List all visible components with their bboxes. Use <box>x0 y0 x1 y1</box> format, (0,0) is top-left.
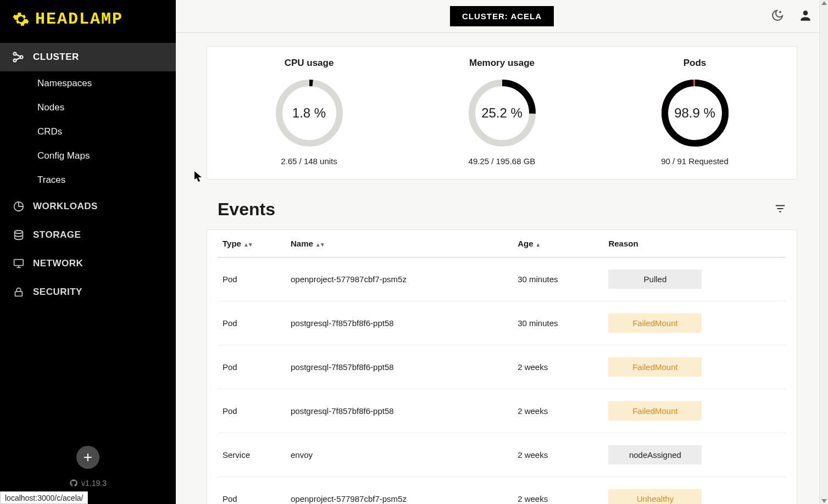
cell-reason: FailedMount <box>604 345 786 389</box>
cell-name: postgresql-7f857bf8f6-ppt58 <box>286 389 513 433</box>
stat-subtext: 2.65 / 148 units <box>281 156 337 166</box>
cell-age: 2 weeks <box>513 477 604 505</box>
table-row[interactable]: Pod postgresql-7f857bf8f6-ppt58 2 weeks … <box>218 389 786 433</box>
lock-icon <box>12 285 25 299</box>
cell-reason: Pulled <box>604 257 786 301</box>
stats-card: CPU usage 1.8 % 2.65 / 148 units Memory … <box>207 46 797 180</box>
cell-type: Pod <box>218 477 286 505</box>
main-content: CPU usage 1.8 % 2.65 / 148 units Memory … <box>176 33 828 504</box>
gauge-value: 98.9 % <box>659 77 731 149</box>
sidebar-sub-nodes[interactable]: Nodes <box>0 96 176 120</box>
gauge: 1.8 % <box>274 77 345 149</box>
events-title: Events <box>218 199 275 220</box>
sidebar-item-cluster[interactable]: CLUSTER <box>0 43 176 71</box>
app-logo[interactable]: HEADLAMP <box>0 0 176 38</box>
cell-reason: FailedMount <box>604 301 786 345</box>
cell-reason: FailedMount <box>604 389 786 433</box>
gauge-value: 25.2 % <box>466 77 538 149</box>
cell-age: 2 weeks <box>513 433 604 477</box>
cell-name: postgresql-7f857bf8f6-ppt58 <box>286 301 513 345</box>
stat-gauge: CPU usage 1.8 % 2.65 / 148 units <box>213 58 405 166</box>
cell-type: Pod <box>218 301 286 345</box>
cluster-chip[interactable]: CLUSTER: ACELA <box>450 6 554 26</box>
reason-badge: Pulled <box>608 270 702 289</box>
reason-badge: nodeAssigned <box>608 445 702 464</box>
add-button[interactable]: + <box>76 446 99 469</box>
stat-gauge: Memory usage 25.2 % 49.25 / 195.68 GB <box>405 58 598 166</box>
sidebar-item-label: WORKLOADS <box>33 201 98 212</box>
stat-subtext: 49.25 / 195.68 GB <box>469 156 536 166</box>
table-row[interactable]: Service envoy 2 weeks nodeAssigned <box>218 433 786 477</box>
cell-name: postgresql-7f857bf8f6-ppt58 <box>286 345 513 389</box>
theme-toggle-icon[interactable] <box>771 9 784 24</box>
gauge-value: 1.8 % <box>274 77 345 149</box>
cluster-icon <box>12 51 25 64</box>
cell-name: envoy <box>286 433 513 477</box>
svg-point-4 <box>15 231 23 234</box>
stat-title: Memory usage <box>469 58 535 69</box>
cell-type: Pod <box>218 345 286 389</box>
reason-badge: FailedMount <box>608 401 702 421</box>
events-table-wrap: Type▲▼ Name▲▼ Age▲ Reason Pod openprojec… <box>207 229 797 504</box>
user-icon[interactable] <box>798 8 813 25</box>
sidebar-sub-namespaces[interactable]: Namespaces <box>0 71 176 96</box>
cell-type: Service <box>218 433 286 477</box>
reason-badge: Unhealthy <box>608 489 702 504</box>
table-row[interactable]: Pod postgresql-7f857bf8f6-ppt58 30 minut… <box>218 301 786 345</box>
sidebar: HEADLAMP CLUSTER Namespaces Nodes CRDs C… <box>0 0 176 504</box>
table-row[interactable]: Pod openproject-577987cbf7-psm5z 2 weeks… <box>218 477 786 505</box>
svg-point-7 <box>803 10 808 15</box>
sidebar-item-network[interactable]: NETWORK <box>0 249 176 278</box>
events-header: Events <box>218 199 786 220</box>
sort-icon: ▲ <box>536 242 540 248</box>
cell-type: Pod <box>218 257 286 301</box>
stat-title: CPU usage <box>285 58 334 69</box>
version-label: v1.19.3 <box>69 479 107 488</box>
app-name: HEADLAMP <box>35 10 123 29</box>
table-row[interactable]: Pod openproject-577987cbf7-psm5z 30 minu… <box>218 257 786 301</box>
gauge: 98.9 % <box>659 77 731 149</box>
pie-icon <box>12 200 25 213</box>
table-row[interactable]: Pod postgresql-7f857bf8f6-ppt58 2 weeks … <box>218 345 786 389</box>
cell-age: 2 weeks <box>513 345 604 389</box>
reason-badge: FailedMount <box>608 357 702 377</box>
stat-gauge: Pods 98.9 % 90 / 91 Requested <box>598 58 791 166</box>
sidebar-item-storage[interactable]: STORAGE <box>0 221 176 249</box>
cell-age: 30 minutes <box>513 257 604 301</box>
sidebar-item-workloads[interactable]: WORKLOADS <box>0 192 176 221</box>
cell-type: Pod <box>218 389 286 433</box>
sidebar-item-label: SECURITY <box>33 287 82 298</box>
col-type[interactable]: Type▲▼ <box>218 230 286 257</box>
plus-icon: + <box>84 449 92 466</box>
cell-reason: nodeAssigned <box>604 433 786 477</box>
sidebar-item-label: STORAGE <box>33 229 81 240</box>
sidebar-sub-configmaps[interactable]: Config Maps <box>0 144 176 168</box>
sort-icon: ▲▼ <box>315 242 324 248</box>
sidebar-sub-traces[interactable]: Traces <box>0 168 176 192</box>
col-reason[interactable]: Reason <box>604 230 786 257</box>
filter-icon[interactable] <box>774 203 786 217</box>
events-tbody: Pod openproject-577987cbf7-psm5z 30 minu… <box>218 257 786 505</box>
sidebar-item-label: NETWORK <box>33 258 83 269</box>
col-age[interactable]: Age▲ <box>513 230 604 257</box>
reason-badge: FailedMount <box>608 313 702 333</box>
status-footer: localhost:3000/c/acela/ <box>0 491 88 504</box>
col-name[interactable]: Name▲▼ <box>286 230 513 257</box>
cell-name: openproject-577987cbf7-psm5z <box>286 257 513 301</box>
sidebar-sub-crds[interactable]: CRDs <box>0 120 176 144</box>
events-table: Type▲▼ Name▲▼ Age▲ Reason Pod openprojec… <box>218 230 786 504</box>
github-icon <box>69 479 78 488</box>
cell-age: 30 minutes <box>513 301 604 345</box>
svg-rect-5 <box>14 260 24 266</box>
scrollbar[interactable] <box>819 0 828 504</box>
gear-icon <box>12 10 30 28</box>
storage-icon <box>12 228 25 242</box>
gauge: 25.2 % <box>466 77 538 149</box>
cell-reason: Unhealthy <box>604 477 786 505</box>
svg-rect-6 <box>15 292 23 296</box>
sidebar-item-security[interactable]: SECURITY <box>0 278 176 306</box>
cell-name: openproject-577987cbf7-psm5z <box>286 477 513 505</box>
network-icon <box>12 257 25 270</box>
cell-age: 2 weeks <box>513 389 604 433</box>
sidebar-nav: CLUSTER Namespaces Nodes CRDs Config Map… <box>0 38 176 446</box>
